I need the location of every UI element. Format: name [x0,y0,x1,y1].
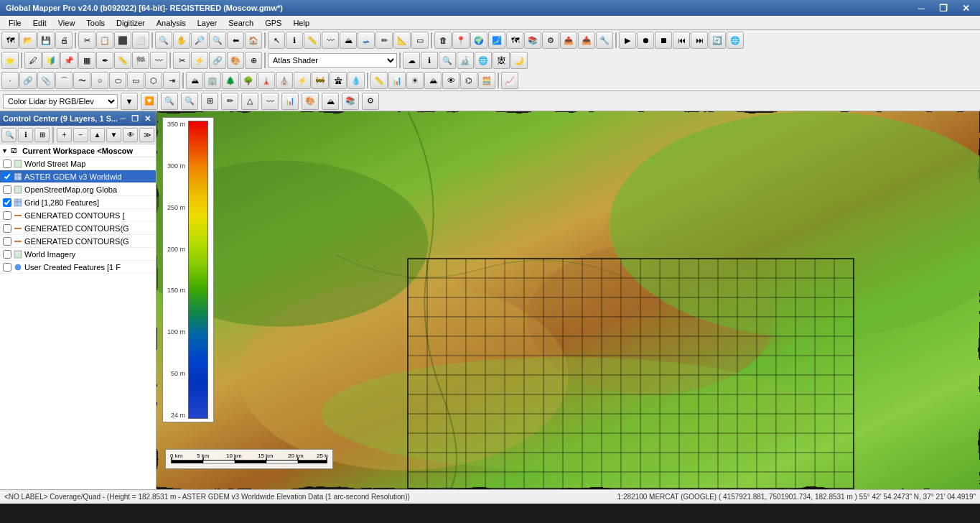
stop-btn[interactable]: ⏹ [655,32,672,49]
segment-btn[interactable]: 〰 [150,52,167,69]
info2-btn[interactable]: ℹ [421,52,438,69]
control-close-btn[interactable]: ✕ [142,114,153,124]
ctrl-zoom-btn[interactable]: 🔍 [1,128,17,142]
select-btn[interactable]: ↖ [268,32,285,49]
layer-zoom-btn[interactable]: 🔍 [181,93,198,110]
layer-checkbox[interactable] [3,185,11,194]
workspace-item[interactable]: ▼ ☑ Current Workspace <Moscow [0,144,156,157]
layer-checkbox[interactable] [3,159,11,168]
menu-item-file[interactable]: File [3,17,27,29]
draw-btn[interactable]: ✏ [375,32,393,49]
layers-btn[interactable]: 📚 [524,32,541,49]
control-minimize-btn[interactable]: ─ [118,114,128,124]
select-area-btn[interactable]: ▦ [78,52,95,69]
layer-settings2-btn[interactable]: ⚙ [362,93,379,110]
capture2-btn[interactable]: ⬜ [132,32,149,49]
import-btn[interactable]: 📥 [578,32,595,49]
water-btn[interactable]: 💧 [347,72,365,89]
online-btn[interactable]: 🌐 [475,52,492,69]
feat3-btn[interactable]: 📌 [60,52,78,69]
tower-btn[interactable]: 🗼 [258,72,275,89]
star-btn[interactable]: ⭐ [1,52,19,69]
fast-fwd-btn[interactable]: ⏭ [691,32,708,49]
control-restore-btn[interactable]: ❐ [129,114,141,124]
curve-btn[interactable]: 〜 [73,72,90,89]
calc-btn[interactable]: 🧮 [478,72,495,89]
layer-item[interactable]: GENERATED CONTOURS(G [0,235,156,248]
ctrl-down-btn[interactable]: ▼ [106,128,121,142]
layer-triangle-btn[interactable]: △ [241,93,258,110]
menu-item-layer[interactable]: Layer [192,17,223,29]
layer-checkbox[interactable] [3,250,11,259]
maximize-button[interactable]: ❐ [935,3,952,14]
layer-item[interactable]: GENERATED CONTOURS(G [0,222,156,235]
profile-btn[interactable]: 📊 [388,72,406,89]
line-btn[interactable]: 📐 [393,32,411,49]
split-btn[interactable]: ⚡ [191,52,208,69]
layer-contour-btn[interactable]: 〰 [261,93,279,110]
minimize-button[interactable]: ─ [914,3,929,14]
layer-filter-btn[interactable]: 🔽 [141,93,158,110]
menu-item-tools[interactable]: Tools [80,17,111,29]
power-btn[interactable]: ⚡ [294,72,311,89]
layer-item[interactable]: GENERATED CONTOURS [ [0,209,156,222]
settings-btn[interactable]: 🔧 [596,32,613,49]
lidar-btn[interactable]: ☁ [403,52,420,69]
close-button[interactable]: ✕ [958,3,974,14]
layer-checkbox[interactable] [3,263,11,272]
terrain2-btn[interactable]: ⛰ [186,72,203,89]
rewind-btn[interactable]: ⏮ [673,32,690,49]
join-btn[interactable]: 🔗 [209,52,226,69]
menu-item-digitizer[interactable]: Digitizer [111,17,151,29]
pan-btn[interactable]: ✋ [173,32,190,49]
zoom-in-btn[interactable]: 🔎 [191,32,208,49]
ctrl-info-btn[interactable]: ℹ [18,128,33,142]
cut2-btn[interactable]: ✂ [173,52,190,69]
map-area[interactable]: 350 m 300 m 250 m 200 m 150 m 100 m 50 m… [157,111,980,489]
menu-item-search[interactable]: Search [223,17,259,29]
zoom-rect-btn[interactable]: 🔍 [155,32,172,49]
layer-item[interactable]: User Created Features [1 F [0,261,156,274]
play-btn[interactable]: ▶ [619,32,636,49]
poly-btn[interactable]: ⬡ [145,72,162,89]
layer-edit-btn[interactable]: ✏ [221,93,238,110]
waypt-btn[interactable]: 🏁 [132,52,149,69]
ctrl-more-btn[interactable]: ≫ [139,128,154,142]
measure-btn[interactable]: 📏 [304,32,321,49]
layer-item[interactable]: World Imagery [0,248,156,261]
zoom-prev-btn[interactable]: ⬅ [227,32,244,49]
home-btn[interactable]: 🏠 [245,32,262,49]
layer-terrain3-btn[interactable]: ⛰ [322,93,339,110]
ellipse-btn[interactable]: ⬭ [109,72,126,89]
layer-checkbox[interactable] [3,211,11,220]
ctrl-eye-btn[interactable]: 👁 [123,128,138,142]
filter-layer-btn[interactable]: ▼ [121,93,138,110]
area-btn[interactable]: ▭ [411,32,429,49]
cut-button[interactable]: ✂ [78,32,95,49]
new-button[interactable]: 🗺 [1,32,19,49]
ctrl-add-btn[interactable]: + [57,128,72,142]
road-btn[interactable]: 🛣 [330,72,347,89]
feat2-btn[interactable]: 🔰 [42,52,60,69]
layer-item[interactable]: Grid [1,280 Features] [0,196,156,209]
chart-btn[interactable]: 📈 [501,72,518,89]
church-btn[interactable]: ⛪ [276,72,293,89]
layer-checkbox[interactable] [3,172,11,181]
snap2-btn[interactable]: 📎 [37,72,55,89]
layer-search-btn[interactable]: 🔍 [161,93,178,110]
layer-select[interactable]: Color Lidar by RGB/Elev [3,94,118,108]
filter-btn[interactable]: 🔬 [457,52,474,69]
tree2-btn[interactable]: 🌳 [240,72,257,89]
shader-select[interactable]: Atlas ShaderAtlas ShaderColor ReliefHill… [268,53,397,68]
circle-btn[interactable]: ○ [91,72,108,89]
ctrl-table-btn[interactable]: ⊞ [34,128,50,142]
digitize-btn[interactable]: ✒ [96,52,113,69]
snap-btn[interactable]: 🔗 [19,72,37,89]
ctrl-up-btn[interactable]: ▲ [90,128,105,142]
slope2-btn[interactable]: ⛰ [424,72,442,89]
marker-btn[interactable]: 📍 [452,32,470,49]
elevation-btn[interactable]: ⛰ [340,32,357,49]
save-button[interactable]: 💾 [37,32,55,49]
rect-btn[interactable]: ▭ [127,72,144,89]
menu-item-view[interactable]: View [52,17,81,29]
